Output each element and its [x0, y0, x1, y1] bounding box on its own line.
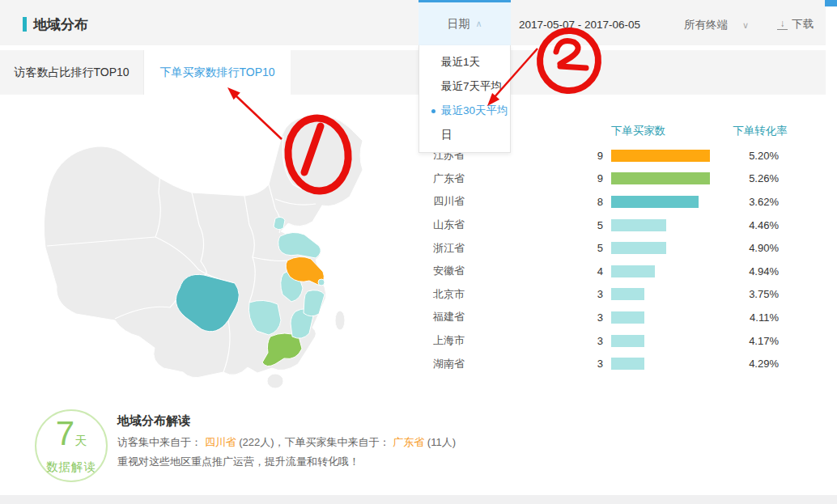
bar	[611, 265, 655, 277]
badge-caption: 数据解读	[46, 460, 96, 475]
tab-bar: 访客数占比排行TOP10 下单买家数排行TOP10	[0, 50, 826, 95]
conversion-value: 5.26%	[712, 172, 779, 184]
conversion-value: 4.46%	[712, 219, 779, 231]
bar-track	[603, 196, 712, 208]
region-label: 四川省	[433, 194, 494, 209]
dropdown-option[interactable]: 最近1天	[419, 50, 510, 74]
dropdown-option[interactable]: 日	[419, 123, 510, 147]
corner-scroll-accent	[825, 0, 837, 6]
title-accent-bar	[23, 17, 27, 32]
insight-text: (222人)，下单买家集中来自于：	[236, 436, 393, 448]
geo-distribution-panel: 地域分布 日期 ∧ 2017-05-07 - 2017-06-05 所有终端∨ …	[0, 0, 837, 504]
dropdown-option-label: 日	[441, 129, 452, 141]
bar	[611, 288, 644, 300]
chevron-up-icon: ∧	[475, 19, 482, 29]
region-label: 安徽省	[433, 264, 494, 278]
terminal-filter-label: 所有终端	[684, 19, 728, 31]
ranking-row: 福建省34.11%	[433, 306, 779, 329]
dropdown-option[interactable]: 最近7天平均	[419, 74, 510, 99]
map-region-taiwan	[335, 311, 345, 330]
bar	[611, 196, 699, 208]
insight-text: 访客集中来自于：	[117, 436, 205, 448]
buyers-value: 3	[567, 358, 603, 370]
bar-track	[603, 150, 712, 162]
insight-text: (11人)	[424, 436, 456, 448]
map-region-shanghai[interactable]	[318, 279, 325, 286]
conversion-value: 4.17%	[712, 335, 779, 347]
dropdown-option-label: 最近7天平均	[441, 80, 502, 92]
buyers-value: 5	[567, 242, 603, 254]
bar-track	[603, 242, 712, 254]
region-label: 上海市	[433, 333, 494, 348]
bar-track	[603, 172, 712, 184]
dropdown-option-label: 最近30天平均	[441, 104, 508, 116]
bar	[611, 311, 644, 324]
date-dropdown-menu: 最近1天最近7天平均最近30天平均日	[418, 45, 511, 153]
right-strip	[826, 0, 837, 95]
buyers-value: 4	[567, 265, 603, 277]
bar-track	[603, 335, 712, 347]
buyers-value: 3	[567, 311, 603, 324]
insight-line2: 重视对这些地区重点推广运营，提升流量和转化哦！	[117, 455, 359, 469]
tab-visitor-ratio-top10[interactable]: 访客数占比排行TOP10	[0, 50, 144, 95]
region-label: 广东省	[433, 172, 494, 186]
insight-province-link[interactable]: 广东省	[393, 436, 424, 448]
insight-line1: 访客集中来自于： 四川省 (222人)，下单买家集中来自于： 广东省 (11人)	[117, 435, 456, 450]
chevron-down-icon: ∨	[742, 20, 749, 30]
bar-track	[603, 288, 712, 300]
ranking-row: 山东省54.46%	[433, 214, 779, 237]
ranking-row: 浙江省54.90%	[433, 236, 779, 260]
ranking-row: 湖南省34.29%	[433, 352, 779, 375]
buyers-value: 3	[567, 288, 603, 300]
bar-track	[603, 358, 712, 370]
column-header-rate: 下单转化率	[727, 124, 793, 138]
map-region-beijing[interactable]	[274, 217, 285, 229]
download-button[interactable]: ↓ 下载	[777, 17, 814, 32]
terminal-filter[interactable]: 所有终端∨	[684, 18, 749, 32]
buyers-value: 3	[567, 335, 603, 347]
ranking-row: 四川省83.62%	[433, 190, 779, 214]
bar	[611, 358, 644, 370]
conversion-value: 5.20%	[712, 150, 779, 162]
bar-track	[603, 219, 712, 231]
page-title-wrap: 地域分布	[23, 16, 88, 32]
conversion-value: 4.11%	[712, 311, 779, 324]
china-map	[40, 104, 413, 395]
badge-unit: 天	[74, 434, 87, 447]
map-region-zhejiang[interactable]	[304, 290, 325, 316]
dropdown-option-label: 最近1天	[441, 56, 480, 68]
conversion-value: 3.75%	[712, 288, 779, 300]
selected-dot-icon	[431, 109, 435, 113]
bar-track	[603, 311, 712, 324]
insight-title: 地域分布解读	[117, 413, 190, 429]
ranking-row: 北京市33.75%	[433, 283, 779, 307]
page-title: 地域分布	[33, 15, 88, 34]
download-icon: ↓	[777, 19, 788, 30]
buyers-value: 9	[567, 150, 603, 162]
bar	[611, 150, 710, 162]
bar	[611, 242, 666, 254]
region-label: 北京市	[433, 287, 494, 302]
map-region-shandong[interactable]	[278, 232, 321, 258]
bar	[611, 172, 710, 184]
insight-province-link[interactable]: 四川省	[205, 436, 236, 448]
bar	[611, 335, 644, 347]
conversion-value: 3.62%	[712, 196, 779, 208]
region-label: 湖南省	[433, 357, 494, 371]
download-label: 下载	[792, 17, 814, 32]
bar	[611, 219, 666, 231]
conversion-value: 4.90%	[712, 242, 779, 254]
ranking-row: 广东省95.26%	[433, 167, 779, 191]
seven-day-badge: 7天 数据解读	[35, 409, 108, 482]
date-filter-button[interactable]: 日期 ∧	[418, 0, 511, 45]
tab-order-buyers-top10[interactable]: 下单买家数排行TOP10	[144, 50, 291, 95]
ranking-row: 安徽省44.94%	[433, 260, 779, 283]
column-header-buyers: 下单买家数	[600, 124, 677, 138]
badge-number: 7	[56, 414, 74, 452]
badge-top: 7天	[56, 417, 87, 457]
region-label: 山东省	[433, 218, 494, 232]
date-range-value[interactable]: 2017-05-07 - 2017-06-05	[519, 18, 640, 32]
dropdown-option[interactable]: 最近30天平均	[419, 99, 510, 123]
region-label: 浙江省	[433, 241, 494, 256]
footer-strip	[0, 495, 837, 504]
